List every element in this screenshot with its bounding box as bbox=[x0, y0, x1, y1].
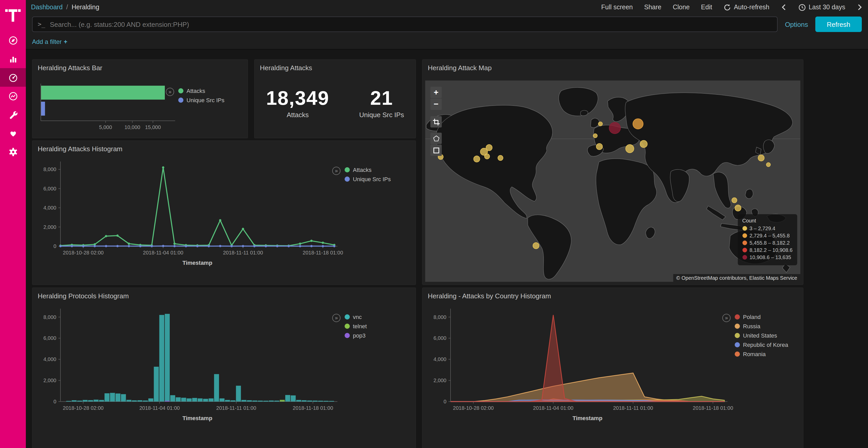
svg-text:2018-11-04 01:00: 2018-11-04 01:00 bbox=[140, 405, 180, 411]
attack-marker[interactable] bbox=[485, 154, 490, 159]
share-button[interactable]: Share bbox=[644, 4, 661, 11]
legend-item[interactable]: 8,182.2 – 10,908.6 bbox=[742, 247, 793, 253]
legend-item[interactable]: United States bbox=[735, 333, 788, 339]
time-forward-button[interactable] bbox=[857, 4, 863, 11]
legend-item[interactable]: Unique Src IPs bbox=[345, 176, 391, 182]
legend-dot bbox=[742, 255, 747, 260]
zoom-in-button[interactable]: + bbox=[430, 87, 442, 98]
attack-marker[interactable] bbox=[609, 122, 621, 134]
sidebar-item-dashboard[interactable] bbox=[0, 68, 26, 87]
chart-legend: » AttacksUnique Src IPs bbox=[332, 167, 391, 185]
sidebar-item-dev-tools[interactable] bbox=[0, 105, 26, 124]
clock-icon bbox=[798, 3, 806, 11]
legend-item[interactable]: Poland bbox=[735, 314, 788, 320]
legend-item[interactable]: telnet bbox=[345, 323, 367, 329]
svg-text:Timestamp: Timestamp bbox=[182, 415, 212, 421]
terminal-prompt-icon: >_ bbox=[38, 21, 45, 28]
legend-label: 5,455.8 – 8,182.2 bbox=[749, 240, 790, 246]
attack-marker[interactable] bbox=[633, 119, 643, 129]
attack-marker[interactable] bbox=[498, 156, 503, 161]
draw-polygon-button[interactable] bbox=[430, 133, 442, 144]
legend-toggle[interactable]: » bbox=[722, 314, 731, 322]
auto-refresh-button[interactable]: Auto-refresh bbox=[723, 3, 770, 11]
svg-text:8,000: 8,000 bbox=[43, 314, 56, 320]
legend-label: Attacks bbox=[187, 88, 205, 94]
fit-bounds-button[interactable] bbox=[430, 116, 442, 128]
discover-icon bbox=[8, 35, 18, 45]
fullscreen-button[interactable]: Full screen bbox=[601, 4, 633, 11]
chart-legend: » AttacksUnique Src IPs bbox=[166, 88, 224, 106]
attack-map[interactable]: + − bbox=[425, 80, 800, 282]
draw-rectangle-button[interactable] bbox=[430, 144, 442, 156]
attack-marker[interactable] bbox=[596, 143, 602, 150]
svg-text:8,000: 8,000 bbox=[433, 314, 446, 320]
sidebar-nav bbox=[0, 31, 26, 161]
legend-toggle[interactable]: » bbox=[332, 167, 340, 175]
attack-marker[interactable] bbox=[732, 198, 737, 203]
legend-item[interactable]: pop3 bbox=[345, 333, 367, 339]
attack-marker[interactable] bbox=[640, 140, 647, 148]
sidebar-item-monitoring[interactable] bbox=[0, 124, 26, 142]
time-back-button[interactable] bbox=[781, 4, 787, 11]
legend-toggle[interactable]: » bbox=[332, 314, 340, 322]
sidebar-item-visualize[interactable] bbox=[0, 49, 26, 68]
attacks-histogram-chart[interactable]: 02,0004,0006,0008,0002018-10-28 02:00201… bbox=[36, 157, 346, 278]
attack-marker[interactable] bbox=[626, 144, 634, 153]
svg-text:2018-11-18 01:00: 2018-11-18 01:00 bbox=[693, 405, 733, 411]
legend-item[interactable]: vnc bbox=[345, 314, 367, 320]
legend-items: AttacksUnique Src IPs bbox=[178, 88, 224, 106]
add-filter-plus-icon[interactable]: + bbox=[64, 38, 67, 45]
zoom-out-button[interactable]: − bbox=[430, 99, 442, 110]
panel-attacks-metric: Heralding Attacks 18,349 Attacks 21 Uniq… bbox=[254, 59, 416, 138]
attack-marker[interactable] bbox=[593, 134, 597, 138]
refresh-button[interactable]: Refresh bbox=[815, 16, 862, 32]
add-filter-link[interactable]: Add a filter bbox=[32, 38, 62, 45]
protocols-histogram-chart[interactable]: 02,0004,0006,0008,0002018-10-28 02:00201… bbox=[36, 304, 346, 440]
legend-label: telnet bbox=[353, 323, 367, 329]
metric-label: Unique Src IPs bbox=[359, 111, 404, 119]
sidebar-item-discover[interactable] bbox=[0, 31, 26, 49]
attack-marker[interactable] bbox=[758, 155, 764, 161]
timepicker-button[interactable]: Last 30 days bbox=[798, 3, 845, 11]
telekom-t-logo-icon bbox=[5, 8, 21, 23]
svg-text:2018-11-11 01:00: 2018-11-11 01:00 bbox=[223, 250, 263, 255]
main-area: Dashboard / Heralding Full screen Share … bbox=[26, 0, 868, 448]
legend-item[interactable]: 5,455.8 – 8,182.2 bbox=[742, 240, 793, 246]
auto-refresh-label: Auto-refresh bbox=[734, 4, 770, 11]
svg-text:2018-10-28 02:00: 2018-10-28 02:00 bbox=[453, 405, 494, 411]
attack-marker[interactable] bbox=[533, 243, 539, 249]
panel-title: Heralding - Attacks by Country Histogram bbox=[423, 288, 803, 300]
legend-toggle[interactable]: » bbox=[166, 88, 174, 96]
attack-marker[interactable] bbox=[766, 163, 770, 167]
dashboard-grid: Heralding Attacks Bar 5,00010,00015,000 … bbox=[26, 49, 868, 448]
legend-dot bbox=[345, 176, 350, 182]
legend-item[interactable]: 2,729.4 – 5,455.8 bbox=[742, 233, 793, 238]
legend-item[interactable]: 3 – 2,729.4 bbox=[742, 226, 793, 231]
attack-marker[interactable] bbox=[735, 205, 741, 211]
legend-dot bbox=[735, 314, 740, 319]
sidebar-item-management[interactable] bbox=[0, 142, 26, 161]
legend-item[interactable]: 10,908.6 – 13,635 bbox=[742, 254, 793, 260]
legend-item[interactable]: Attacks bbox=[178, 88, 224, 94]
breadcrumb-dashboard-link[interactable]: Dashboard bbox=[31, 4, 63, 11]
crop-icon bbox=[433, 118, 439, 125]
legend-item[interactable]: Republic of Korea bbox=[735, 342, 788, 348]
attack-marker[interactable] bbox=[598, 122, 602, 126]
sidebar-item-timelion[interactable] bbox=[0, 87, 26, 105]
clone-button[interactable]: Clone bbox=[673, 4, 689, 11]
heart-icon bbox=[8, 128, 18, 138]
legend-item[interactable]: Romania bbox=[735, 351, 788, 357]
svg-text:2,000: 2,000 bbox=[433, 378, 446, 383]
navbar-actions: Full screen Share Clone Edit Auto-refres… bbox=[601, 3, 863, 11]
legend-item[interactable]: Russia bbox=[735, 323, 788, 329]
svg-text:2018-11-04 01:00: 2018-11-04 01:00 bbox=[533, 405, 573, 411]
svg-text:Timestamp: Timestamp bbox=[572, 415, 602, 421]
country-histogram-chart[interactable]: 02,0004,0006,0008,0002018-10-28 02:00201… bbox=[426, 304, 736, 440]
search-input[interactable] bbox=[50, 21, 772, 28]
query-options-link[interactable]: Options bbox=[785, 21, 808, 28]
legend-item[interactable]: Unique Src IPs bbox=[178, 97, 224, 103]
attack-marker[interactable] bbox=[486, 144, 492, 151]
attack-marker[interactable] bbox=[473, 156, 480, 162]
legend-item[interactable]: Attacks bbox=[345, 167, 391, 173]
edit-button[interactable]: Edit bbox=[701, 4, 712, 11]
